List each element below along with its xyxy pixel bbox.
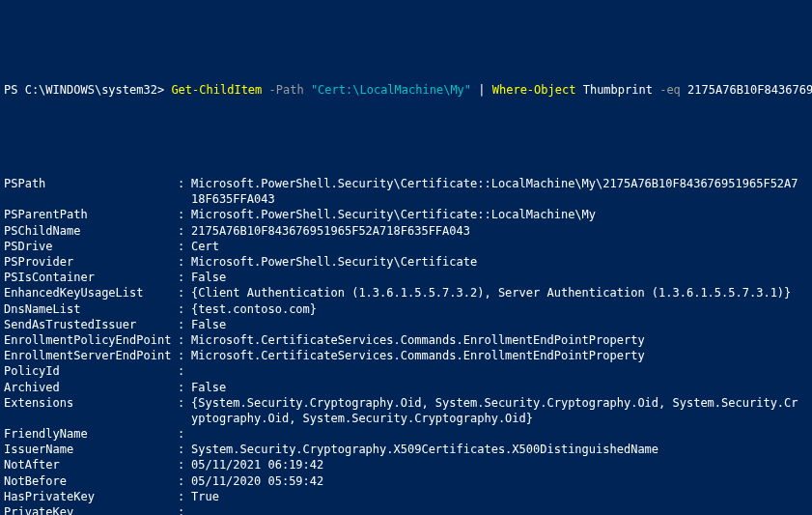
property-name: EnrollmentServerEndPoint [4,348,178,363]
property-value: Microsoft.PowerShell.Security\Certificat… [191,176,799,207]
property-value: {System.Security.Cryptography.Oid, Syste… [191,395,799,426]
property-name: Archived [4,380,178,395]
property-row: PolicyId: [4,363,808,379]
property-row: PrivateKey: [4,504,808,515]
property-row: DnsNameList: {test.contoso.com} [4,301,808,317]
property-separator: : [178,442,191,457]
property-name: IssuerName [4,442,178,457]
powershell-terminal[interactable]: PS C:\WINDOWS\system32> Get-ChildItem -P… [0,63,812,515]
property-separator: : [178,317,191,332]
pipe-1: | [471,83,492,97]
property-row: NotAfter: 05/11/2021 06:19:42 [4,457,808,472]
property-separator: : [178,489,191,504]
property-separator: : [178,270,191,285]
property-separator: : [178,473,191,489]
property-name: EnrollmentPolicyEndPoint [4,332,178,348]
property-value: False [191,317,226,332]
property-value: 05/11/2021 06:19:42 [191,457,323,472]
property-row: PSChildName: 2175A76B10F843676951965F52A… [4,223,808,239]
property-separator: : [178,239,191,254]
property-value: Microsoft.PowerShell.Security\Certificat… [191,207,596,222]
property-value: Microsoft.CertificateServices.Commands.E… [191,348,645,363]
property-row: Archived: False [4,380,808,395]
property-row: NotBefore: 05/11/2020 05:59:42 [4,473,808,489]
property-separator: : [178,395,191,411]
property-row: EnrollmentServerEndPoint: Microsoft.Cert… [4,348,808,363]
property-row: EnrollmentPolicyEndPoint: Microsoft.Cert… [4,332,808,348]
property-separator: : [178,176,191,191]
prompt: PS C:\WINDOWS\system32> [4,83,171,97]
cmdlet-get-childitem: Get-ChildItem [171,83,262,97]
property-separator: : [178,380,191,395]
property-separator: : [178,363,191,379]
property-name: PSIsContainer [4,270,178,285]
param-path: -Path [262,83,311,97]
property-name: DnsNameList [4,301,178,317]
prop-thumbprint: Thumbprint [575,83,659,97]
property-name: FriendlyName [4,426,178,442]
property-value: System.Security.Cryptography.X509Certifi… [191,442,658,457]
thumbprint-value: 2175A76B10F843676951965F52A718F635FFA043… [681,83,812,97]
property-name: Extensions [4,395,178,411]
property-name: PSParentPath [4,207,178,222]
property-name: PSProvider [4,254,178,270]
property-separator: : [178,285,191,300]
property-row: PSIsContainer: False [4,270,808,285]
property-name: PrivateKey [4,504,178,515]
property-name: NotBefore [4,473,178,489]
property-name: PolicyId [4,363,178,379]
property-value: False [191,270,226,285]
property-separator: : [178,332,191,348]
property-row: HasPrivateKey: True [4,489,808,504]
property-row: Extensions: {System.Security.Cryptograph… [4,395,808,426]
path-string: "Cert:\LocalMachine\My" [311,83,471,97]
property-separator: : [178,504,191,515]
command-line: PS C:\WINDOWS\system32> Get-ChildItem -P… [4,82,808,98]
property-name: PSChildName [4,223,178,239]
property-separator: : [178,348,191,363]
property-value: 2175A76B10F843676951965F52A718F635FFA043 [191,223,470,239]
property-separator: : [178,457,191,472]
property-value: Microsoft.CertificateServices.Commands.E… [191,332,645,348]
property-row: PSParentPath: Microsoft.PowerShell.Secur… [4,207,808,222]
property-name: HasPrivateKey [4,489,178,504]
property-value: Microsoft.PowerShell.Security\Certificat… [191,254,477,270]
property-row: EnhancedKeyUsageList: {Client Authentica… [4,285,808,300]
property-row: SendAsTrustedIssuer: False [4,317,808,332]
blank-line [4,113,808,129]
property-row: PSPath: Microsoft.PowerShell.Security\Ce… [4,176,808,207]
property-value: False [191,380,226,395]
property-name: PSPath [4,176,178,191]
property-separator: : [178,223,191,239]
property-value: True [191,489,219,504]
property-value: {Client Authentication (1.3.6.1.5.5.7.3.… [191,285,791,300]
blank-line [4,145,808,160]
output-block: PSPath: Microsoft.PowerShell.Security\Ce… [4,176,808,515]
property-separator: : [178,301,191,317]
property-name: EnhancedKeyUsageList [4,285,178,300]
property-row: IssuerName: System.Security.Cryptography… [4,442,808,457]
property-name: PSDrive [4,239,178,254]
property-name: NotAfter [4,457,178,472]
property-separator: : [178,207,191,222]
property-row: PSProvider: Microsoft.PowerShell.Securit… [4,254,808,270]
property-row: PSDrive: Cert [4,239,808,254]
property-value: Cert [191,239,219,254]
property-name: SendAsTrustedIssuer [4,317,178,332]
cmdlet-where-object: Where-Object [492,83,576,97]
property-separator: : [178,254,191,270]
property-separator: : [178,426,191,442]
property-value: {test.contoso.com} [191,301,317,317]
property-row: FriendlyName: [4,426,808,442]
operator-eq: -eq [659,83,681,97]
property-value: 05/11/2020 05:59:42 [191,473,323,489]
